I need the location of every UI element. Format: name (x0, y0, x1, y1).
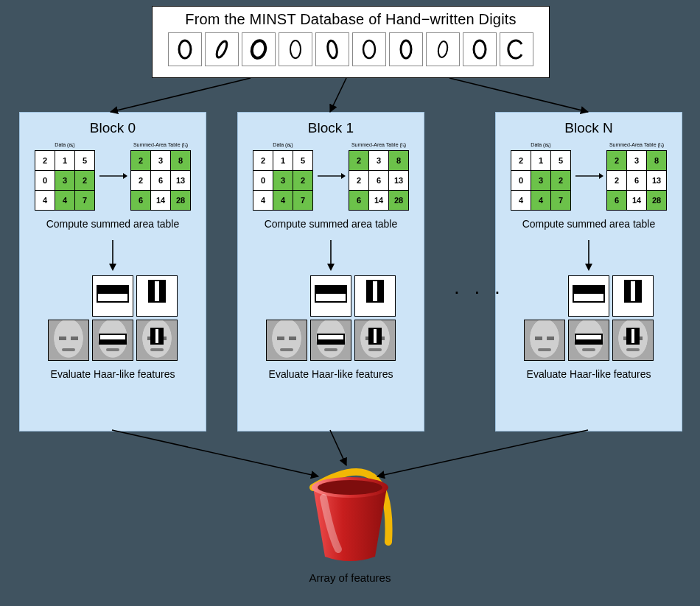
mnist-digit (352, 32, 386, 66)
sat-data-caption: Data (aᵢⱼ) (55, 142, 74, 148)
mnist-digit (463, 32, 497, 66)
mnist-digit (168, 32, 202, 66)
compute-sat-label: Compute summed area table (238, 218, 424, 230)
svg-point-0 (179, 40, 191, 58)
sat-summed-caption: Summed-Area Table (Iᵢⱼ) (609, 142, 664, 148)
mnist-digit (242, 32, 276, 66)
haar-feature-grid (238, 275, 424, 361)
down-arrow-icon (581, 239, 596, 271)
sat-diagram: Data (aᵢⱼ) 215032447 Summed-Area Table (… (238, 142, 424, 211)
eval-haar-label: Evaluate Haar-like features (238, 368, 424, 380)
sat-data-caption: Data (aᵢⱼ) (273, 142, 293, 148)
mnist-digit (315, 32, 349, 66)
svg-point-8 (474, 40, 486, 58)
svg-point-4 (326, 40, 338, 59)
bucket-icon (291, 454, 409, 564)
mnist-digit (389, 32, 423, 66)
haar-feature-vertical-icon (136, 275, 178, 317)
sat-summed-caption: Summed-Area Table (Iᵢⱼ) (133, 142, 188, 148)
mnist-header-box: From the MINST Database of Hand−written … (152, 6, 550, 78)
mnist-digit (205, 32, 239, 66)
compute-sat-label: Compute summed area table (20, 218, 206, 230)
right-arrow-icon (98, 176, 127, 177)
sat-summed-caption: Summed-Area Table (Iᵢⱼ) (351, 142, 406, 148)
down-arrow-icon (105, 239, 120, 271)
output-bucket: Array of features (291, 454, 409, 584)
compute-sat-label: Compute summed area table (496, 218, 682, 230)
processing-block: Block 0 Data (aᵢⱼ) 215032447 Summed-Area… (19, 112, 206, 431)
mnist-title: From the MINST Database of Hand−written … (153, 11, 549, 28)
haar-face-plain (48, 320, 89, 361)
mnist-digit (279, 32, 312, 66)
processing-block: Block N Data (aᵢⱼ) 215032447 Summed-Area… (495, 112, 682, 431)
svg-point-2 (250, 39, 267, 60)
haar-cell-blank (524, 275, 565, 317)
block-title: Block N (496, 120, 682, 136)
svg-point-5 (363, 40, 375, 58)
mnist-digit (500, 32, 533, 66)
haar-face-horizontal (568, 320, 609, 361)
haar-face-vertical (354, 320, 396, 361)
mnist-digit (426, 32, 460, 66)
haar-feature-vertical-icon (612, 275, 654, 317)
haar-face-plain (524, 320, 565, 361)
svg-point-3 (290, 40, 301, 58)
haar-feature-vertical-icon (354, 275, 396, 317)
svg-line-20 (112, 430, 318, 476)
haar-cell-blank (48, 275, 89, 317)
block-title: Block 0 (20, 120, 206, 136)
haar-face-horizontal (310, 320, 351, 361)
right-arrow-icon (316, 176, 346, 177)
haar-feature-grid (496, 275, 682, 361)
haar-face-vertical (612, 320, 654, 361)
svg-line-19 (449, 78, 588, 112)
processing-block: Block 1 Data (aᵢⱼ) 215032447 Summed-Area… (237, 112, 424, 431)
right-arrow-icon (574, 176, 603, 177)
svg-line-18 (330, 78, 346, 112)
haar-face-horizontal (92, 320, 133, 361)
eval-haar-label: Evaluate Haar-like features (20, 368, 206, 380)
sat-diagram: Data (aᵢⱼ) 215032447 Summed-Area Table (… (496, 142, 682, 211)
svg-point-6 (401, 40, 411, 58)
sat-data-caption: Data (aᵢⱼ) (531, 142, 550, 148)
svg-line-17 (111, 78, 251, 112)
haar-feature-grid (20, 275, 206, 361)
ellipsis: · · · (454, 280, 505, 303)
svg-point-1 (214, 40, 228, 59)
svg-point-16 (318, 480, 382, 495)
block-title: Block 1 (238, 120, 424, 136)
haar-feature-horizontal-icon (568, 275, 609, 317)
haar-face-plain (266, 320, 307, 361)
down-arrow-icon (323, 239, 338, 271)
haar-cell-blank (266, 275, 307, 317)
mnist-digit-row (153, 32, 549, 66)
svg-point-7 (437, 40, 449, 58)
output-label: Array of features (291, 571, 409, 584)
haar-face-vertical (136, 320, 178, 361)
haar-feature-horizontal-icon (310, 275, 351, 317)
eval-haar-label: Evaluate Haar-like features (496, 368, 682, 380)
haar-feature-horizontal-icon (92, 275, 133, 317)
sat-diagram: Data (aᵢⱼ) 215032447 Summed-Area Table (… (20, 142, 206, 211)
